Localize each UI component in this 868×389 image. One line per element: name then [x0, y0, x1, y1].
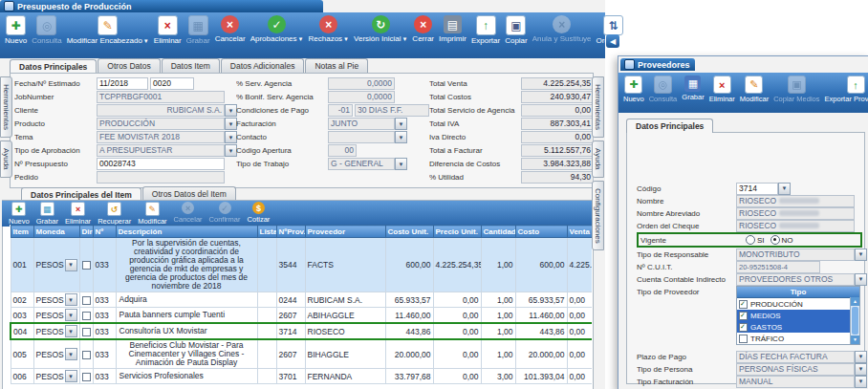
- field-input[interactable]: PRODUCCIÓN: [97, 118, 225, 130]
- aprobaciones-button[interactable]: ✓ Aprobaciones ▼: [249, 14, 306, 44]
- tab[interactable]: Notas al Pie: [305, 58, 368, 73]
- cell-descripcion[interactable]: Por la supervisión de cuentas, creativid…: [116, 238, 257, 292]
- cerrar-button[interactable]: × Cerrar: [410, 14, 436, 44]
- chevron-down-icon[interactable]: [855, 363, 867, 376]
- chevron-down-icon[interactable]: [65, 348, 77, 360]
- field-input[interactable]: 0,0000: [328, 91, 395, 103]
- tab[interactable]: Datos Principales: [10, 59, 97, 74]
- side-tab[interactable]: Ayuda: [592, 140, 604, 178]
- checkbox[interactable]: [739, 323, 748, 332]
- cuenta-contable-input[interactable]: PROVEEDORES OTROS: [736, 273, 855, 286]
- version-inicial-button[interactable]: ↻ Versión Inicial ▼: [352, 14, 409, 44]
- scrollbar[interactable]: ▲ ▼: [850, 297, 859, 344]
- modificar-encabezado-button[interactable]: ✎ Modificar Encabezado ▼: [65, 14, 151, 46]
- field-input[interactable]: 11/2018: [97, 77, 148, 90]
- item-tab[interactable]: Otros Datos del Item: [142, 186, 236, 201]
- table-row[interactable]: 003 PESOS 033 Pauta banners cumple Tuent…: [11, 308, 592, 324]
- side-tab[interactable]: Ayuda: [0, 140, 12, 178]
- checkbox[interactable]: [739, 335, 748, 343]
- prov-eliminar-button[interactable]: × Eliminar: [707, 75, 737, 104]
- item-cotizar-button[interactable]: $ Cotizar: [245, 202, 273, 226]
- chevron-down-icon[interactable]: [855, 249, 867, 261]
- tipo-proveedor-option[interactable]: PRODUCCIÓN: [737, 298, 859, 310]
- field-input[interactable]: -01: [328, 104, 353, 117]
- field-input[interactable]: JUNTO: [328, 118, 395, 130]
- vigente-no-radio[interactable]: [770, 235, 780, 245]
- table-row[interactable]: 001 PESOS 033 Por la supervisión de cuen…: [11, 238, 592, 292]
- side-tab[interactable]: Herramientas: [592, 76, 604, 138]
- cuit-input[interactable]: 20-95251508-4: [736, 261, 820, 273]
- cancelar-button[interactable]: × Cancelar: [213, 14, 248, 44]
- chevron-down-icon[interactable]: [855, 351, 867, 363]
- chevron-down-icon[interactable]: [65, 309, 77, 321]
- field-input[interactable]: 00: [328, 144, 357, 157]
- prov-grabar-button[interactable]: ▦ Grabar: [680, 75, 705, 102]
- chevron-down-icon[interactable]: [778, 183, 791, 195]
- checkbox[interactable]: [82, 351, 91, 359]
- chevron-down-icon[interactable]: [395, 131, 407, 143]
- field-input[interactable]: [97, 171, 225, 184]
- field-input[interactable]: 00028743: [97, 158, 225, 170]
- field-input-2[interactable]: 30 DIAS F.F.: [355, 104, 429, 117]
- tab-datos-principales[interactable]: Datos Principales: [626, 119, 713, 133]
- tab[interactable]: Datos Adicionales: [221, 58, 305, 73]
- tipo-facturacion-input[interactable]: MANUAL: [736, 376, 855, 388]
- tipo-responsable-input[interactable]: MONOTRIBUTO: [736, 249, 855, 261]
- table-row[interactable]: 004 PESOS 033 Consultoría UX Movistar 37…: [11, 323, 592, 339]
- checkbox[interactable]: [739, 300, 748, 309]
- field-input[interactable]: [328, 131, 395, 143]
- chevron-down-icon[interactable]: [65, 293, 77, 306]
- chevron-down-icon[interactable]: [395, 118, 407, 130]
- cell-proveedor[interactable]: RIOSECO: [305, 323, 385, 339]
- eliminar-button[interactable]: × Eliminar: [152, 14, 184, 46]
- cell-descripcion[interactable]: Consultoría UX Movistar: [116, 323, 257, 339]
- tipo-proveedor-option[interactable]: TRÁFICO: [737, 333, 859, 344]
- checkbox[interactable]: [82, 296, 91, 305]
- exportar-button[interactable]: ↑ Exportar: [469, 14, 502, 46]
- checkbox[interactable]: [739, 312, 748, 320]
- tipo-proveedor-option[interactable]: MEDIOS: [737, 310, 859, 321]
- chevron-down-icon[interactable]: [855, 273, 867, 286]
- item-confirmar-button[interactable]: ✓ Confirmar: [206, 202, 244, 226]
- main-title-bar[interactable]: Presupuesto de Producción: [0, 0, 323, 12]
- scroll-up-icon[interactable]: ▲: [851, 297, 859, 306]
- field-input-2[interactable]: 0020: [150, 77, 194, 90]
- field-input[interactable]: RUBICAM S.A.: [97, 104, 225, 117]
- item-recuperar-button[interactable]: ↺ Recuperar: [95, 202, 134, 226]
- tab[interactable]: Otros Datos: [98, 58, 160, 73]
- checkbox[interactable]: [82, 373, 91, 381]
- tipo-proveedor-option[interactable]: GASTOS: [737, 321, 859, 333]
- tipo-proveedor-listbox[interactable]: Tipo PRODUCCIÓN MEDIOS: [736, 286, 860, 345]
- rechazos-button[interactable]: × Rechazos ▼: [307, 14, 352, 44]
- nuevo-button[interactable]: ✚ Nuevo: [3, 14, 29, 46]
- anula-sustituye-button[interactable]: × Anula y Sustituye: [531, 14, 594, 44]
- cell-descripcion[interactable]: Beneficios Club Movistar - Para Cinemace…: [116, 339, 257, 369]
- table-row[interactable]: 002 PESOS 033 Adquira 0244 RUBICAM S.A. …: [11, 292, 592, 308]
- cell-moneda[interactable]: PESOS: [33, 323, 79, 339]
- cell-dire[interactable]: [79, 238, 93, 292]
- cell-moneda[interactable]: PESOS: [33, 308, 79, 324]
- checkbox[interactable]: [82, 312, 91, 320]
- vigente-si-radio[interactable]: [746, 235, 755, 245]
- item-cancelar-button[interactable]: × Cancelar: [171, 202, 206, 226]
- cell-descripcion[interactable]: Pauta banners cumple Tuenti: [116, 308, 257, 324]
- cell-proveedor[interactable]: RUBICAM S.A.: [305, 292, 385, 308]
- cell-moneda[interactable]: PESOS: [33, 369, 79, 384]
- nombre-input[interactable]: RIOSECO: [736, 195, 855, 207]
- orden-cheque-input[interactable]: RIOSECO: [736, 220, 855, 232]
- chevron-down-icon[interactable]: [395, 158, 407, 170]
- collapse-arrow-icon[interactable]: ◀: [606, 34, 619, 48]
- checkbox[interactable]: [82, 328, 91, 336]
- cell-dire[interactable]: [79, 292, 93, 308]
- cell-dire[interactable]: [79, 323, 93, 339]
- field-input[interactable]: G - GENERAL: [328, 158, 395, 170]
- cell-descripcion[interactable]: Servicios Profesionales: [116, 369, 257, 384]
- table-row[interactable]: 006 PESOS 033 Servicios Profesionales 37…: [11, 369, 592, 384]
- scroll-down-icon[interactable]: ▼: [851, 335, 859, 344]
- checkbox[interactable]: [82, 261, 91, 270]
- cell-moneda[interactable]: PESOS: [33, 339, 79, 369]
- plazo-pago-input[interactable]: DÍAS FECHA FACTURA: [736, 351, 855, 363]
- side-tab[interactable]: Herramientas: [0, 76, 12, 138]
- chevron-down-icon[interactable]: [65, 325, 77, 337]
- codigo-input[interactable]: 3714: [736, 183, 778, 195]
